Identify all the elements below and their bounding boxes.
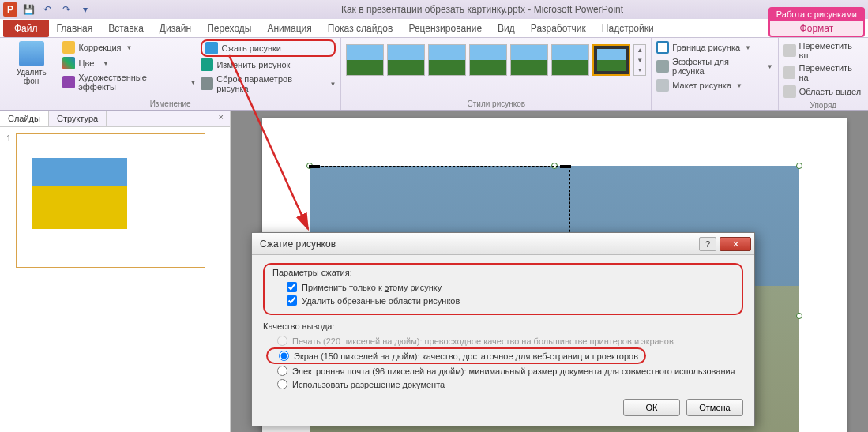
resize-handle[interactable] xyxy=(796,163,802,169)
change-pic-icon xyxy=(201,58,213,71)
send-backward-button[interactable]: Переместить на xyxy=(783,62,863,84)
radio-docres[interactable] xyxy=(277,379,287,389)
dialog-buttons: ОК Отмена xyxy=(263,399,743,416)
bring-forward-button[interactable]: Переместить вп xyxy=(783,39,863,62)
params-label: Параметры сжатия: xyxy=(272,268,734,277)
undo-icon[interactable]: ↶ xyxy=(39,2,55,17)
style-item[interactable] xyxy=(428,44,466,76)
thumbnail-row: 1 xyxy=(6,133,224,268)
chevron-down-icon: ▼ xyxy=(736,82,742,89)
corrections-button[interactable]: Коррекция▼ xyxy=(62,39,196,55)
output-quality-label: Качество вывода: xyxy=(263,321,743,331)
tab-format[interactable]: Формат xyxy=(768,21,865,37)
layout-icon xyxy=(656,79,669,92)
remove-bg-label: Удалить фон xyxy=(8,68,54,85)
tab-transitions[interactable]: Переходы xyxy=(199,20,259,37)
tab-design[interactable]: Дизайн xyxy=(152,20,199,37)
compress-icon xyxy=(205,42,218,54)
slide-number: 1 xyxy=(6,133,11,268)
apply-only-checkbox-row[interactable]: Применить только к этому рисунку xyxy=(272,280,734,294)
context-header: Работа с рисунками xyxy=(768,7,865,21)
dialog-help-button[interactable]: ? xyxy=(699,237,716,251)
apply-only-label: Применить только к этому рисунку xyxy=(302,283,442,292)
color-label: Цвет xyxy=(78,58,98,68)
group-styles-title: Стили рисунков xyxy=(346,98,646,110)
pane-tab-slides[interactable]: Слайды xyxy=(0,111,49,126)
dialog-close-button[interactable]: ✕ xyxy=(720,237,751,251)
group-arrange-title: Упоряд xyxy=(783,100,863,111)
group-arrange: Переместить вп Переместить на Область вы… xyxy=(779,38,868,110)
send-back-label: Переместить на xyxy=(798,63,863,82)
tab-review[interactable]: Рецензирование xyxy=(400,20,490,37)
cancel-button[interactable]: Отмена xyxy=(686,399,743,416)
compression-params-highlight: Параметры сжатия: Применить только к это… xyxy=(263,263,743,315)
dialog-titlebar[interactable]: Сжатие рисунков ? ✕ xyxy=(252,233,754,255)
style-item[interactable] xyxy=(551,44,589,76)
picture-effects-button[interactable]: Эффекты для рисунка▼ xyxy=(656,55,772,77)
effects-icon xyxy=(656,60,669,73)
radio-email[interactable] xyxy=(277,366,287,376)
artistic-icon xyxy=(62,76,75,88)
radio-screen-row[interactable]: Экран (150 пикселей на дюйм): качество, … xyxy=(279,349,638,363)
gallery-scroll[interactable]: ▲▼▾ xyxy=(633,44,646,76)
style-item[interactable] xyxy=(469,44,507,76)
remove-bg-icon xyxy=(19,41,44,66)
style-item[interactable] xyxy=(387,44,425,76)
corrections-label: Коррекция xyxy=(78,43,121,52)
ribbon: Удалить фон Коррекция▼ Цвет▼ Художествен… xyxy=(0,38,868,111)
resize-handle[interactable] xyxy=(796,313,802,319)
tab-home[interactable]: Главная xyxy=(49,20,101,37)
qat-more-icon[interactable]: ▾ xyxy=(77,2,93,17)
style-item-selected[interactable] xyxy=(592,44,630,76)
artistic-label: Художественные эффекты xyxy=(78,73,185,92)
file-tab[interactable]: Файл xyxy=(3,20,49,37)
group-change-title: Изменение xyxy=(5,98,336,110)
compress-pictures-button[interactable]: Сжать рисунки xyxy=(201,39,336,57)
app-icon: P xyxy=(3,2,17,17)
thumbnail-area[interactable]: 1 xyxy=(0,127,230,432)
slide-thumbnail[interactable] xyxy=(16,133,205,268)
save-icon[interactable]: 💾 xyxy=(21,2,36,17)
pane-close-icon[interactable]: × xyxy=(212,111,230,126)
tab-animation[interactable]: Анимация xyxy=(259,20,319,37)
tab-slideshow[interactable]: Показ слайдов xyxy=(320,20,401,37)
style-item[interactable] xyxy=(346,44,384,76)
radio-screen[interactable] xyxy=(279,351,289,361)
delete-cropped-checkbox-row[interactable]: Удалить обрезанные области рисунков xyxy=(272,294,734,307)
ribbon-tabs: Файл Главная Вставка Дизайн Переходы Ани… xyxy=(0,19,868,38)
tab-addins[interactable]: Надстройки xyxy=(594,20,662,37)
picture-layout-button[interactable]: Макет рисунка▼ xyxy=(656,77,772,93)
reset-picture-button[interactable]: Сброс параметров рисунка▼ xyxy=(201,73,336,95)
group-change: Удалить фон Коррекция▼ Цвет▼ Художествен… xyxy=(0,38,341,110)
tab-view[interactable]: Вид xyxy=(490,20,523,37)
artistic-button[interactable]: Художественные эффекты▼ xyxy=(62,71,196,93)
remove-background-button[interactable]: Удалить фон xyxy=(5,39,58,87)
change-pic-label: Изменить рисунок xyxy=(216,60,290,69)
window-title: Как в презентации обрезать картинку.pptx… xyxy=(96,4,868,15)
border-label: Граница рисунка xyxy=(672,43,740,52)
radio-docres-row[interactable]: Использовать разрешение документа xyxy=(263,378,743,391)
selection-icon xyxy=(783,85,796,98)
change-picture-button[interactable]: Изменить рисунок xyxy=(201,57,336,73)
color-button[interactable]: Цвет▼ xyxy=(62,55,196,71)
picture-style-gallery[interactable]: ▲▼▾ xyxy=(346,39,646,76)
radio-print-row: Печать (220 пикселей на дюйм): превосход… xyxy=(263,334,743,347)
delete-cropped-checkbox[interactable] xyxy=(287,295,297,306)
radio-screen-highlight: Экран (150 пикселей на дюйм): качество, … xyxy=(266,347,646,364)
picture-border-button[interactable]: Граница рисунка▼ xyxy=(656,39,772,55)
title-bar: P 💾 ↶ ↷ ▾ Как в презентации обрезать кар… xyxy=(0,0,868,19)
apply-only-checkbox[interactable] xyxy=(287,282,297,292)
ok-button[interactable]: ОК xyxy=(623,399,680,416)
pane-tab-outline[interactable]: Структура xyxy=(49,111,107,126)
radio-docres-label: Использовать разрешение документа xyxy=(292,380,445,389)
radio-email-row[interactable]: Электронная почта (96 пикселей на дюйм):… xyxy=(263,364,743,378)
redo-icon[interactable]: ↷ xyxy=(58,2,74,17)
group-border-title xyxy=(656,98,772,110)
style-item[interactable] xyxy=(510,44,548,76)
group-styles: ▲▼▾ Стили рисунков xyxy=(341,38,652,110)
tab-developer[interactable]: Разработчик xyxy=(523,20,594,37)
compress-pictures-dialog: Сжатие рисунков ? ✕ Параметры сжатия: Пр… xyxy=(251,232,755,426)
selection-pane-button[interactable]: Область выдел xyxy=(783,84,863,100)
layout-label: Макет рисунка xyxy=(672,81,731,90)
tab-insert[interactable]: Вставка xyxy=(100,20,152,37)
